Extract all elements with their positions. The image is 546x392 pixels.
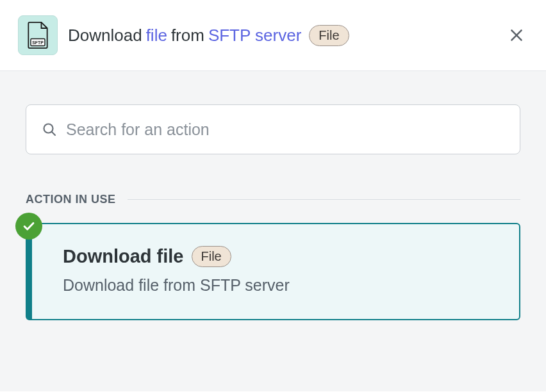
header-badge-file: File [309,25,349,46]
search-input[interactable] [66,120,504,139]
search-box[interactable] [26,104,520,154]
svg-text:SFTP: SFTP [32,40,44,45]
search-icon [42,122,57,137]
body-area: ACTION IN USE Download file File Downloa… [0,71,546,391]
selected-check-badge [15,213,42,240]
sftp-app-icon: SFTP [18,15,58,55]
header-title: Download file from SFTP server File [68,25,495,46]
action-card-wrap: Download file File Download file from SF… [26,223,520,320]
action-description: Download file from SFTP server [63,276,493,295]
section-divider: ACTION IN USE [26,193,520,206]
divider-line [128,199,520,200]
title-link-sftp-server[interactable]: SFTP server [208,26,301,45]
section-label: ACTION IN USE [26,193,116,206]
action-badge-file: File [192,246,231,267]
svg-line-5 [52,132,56,136]
header: SFTP Download file from SFTP server File [0,0,546,71]
title-text-download: Download [68,26,142,45]
title-link-file[interactable]: file [146,26,167,45]
title-text-from: from [171,26,204,45]
action-title-row: Download file File [63,246,493,267]
close-icon [508,27,525,44]
action-card[interactable]: Download file File Download file from SF… [26,223,520,320]
close-button[interactable] [505,24,528,47]
check-icon [22,219,36,233]
action-title: Download file [63,246,184,267]
file-sftp-icon: SFTP [25,21,51,49]
